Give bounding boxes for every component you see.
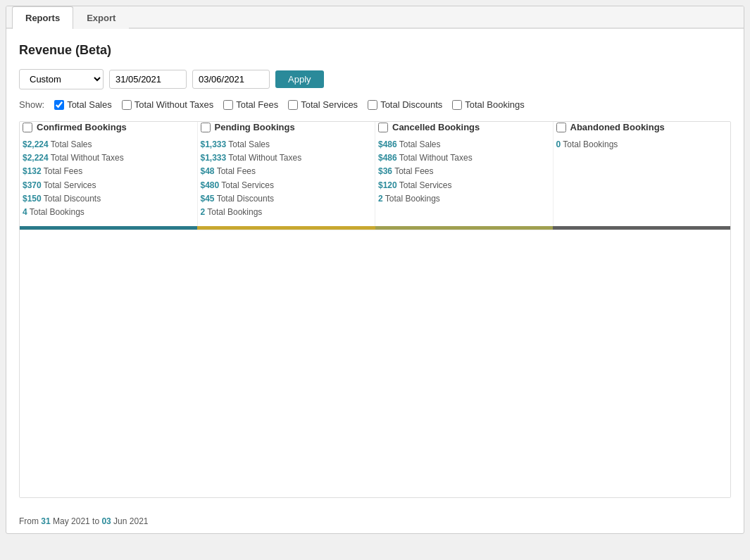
tab-export[interactable]: Export	[73, 6, 129, 29]
checkbox-total-bookings-input[interactable]	[452, 100, 462, 110]
checkbox-total-fees-label: Total Fees	[236, 99, 278, 110]
pending-stat-4: $45 Total Discounts	[201, 192, 367, 206]
pending-bookings-title: Pending Bookings	[215, 122, 295, 132]
cancelled-stat-2: $36 Total Fees	[378, 165, 544, 178]
pending-card-header: Pending Bookings	[201, 122, 367, 132]
pending-stat-2: $48 Total Fees	[201, 165, 367, 178]
footer-text: From 31 May 2021 to 03 Jun 2021	[6, 509, 744, 533]
chart-area	[20, 230, 730, 497]
apply-button[interactable]: Apply	[275, 70, 324, 88]
checkbox-total-without-taxes-input[interactable]	[122, 100, 132, 110]
abandoned-bookings-card: Abandoned Bookings 0 Total Bookings	[554, 122, 731, 226]
period-dropdown[interactable]: Custom Today This Week This Month Last M…	[19, 69, 104, 89]
confirmed-bookings-card: Confirmed Bookings $2,224 Total Sales $2…	[20, 122, 198, 226]
date-from-input[interactable]	[109, 70, 187, 89]
show-label: Show:	[19, 99, 44, 110]
checkbox-total-sales[interactable]: Total Sales	[54, 99, 112, 110]
pending-stat-0: $1,333 Total Sales	[201, 138, 367, 151]
checkbox-total-discounts-label: Total Discounts	[380, 99, 442, 110]
confirmed-stat-1: $2,224 Total Without Taxes	[23, 151, 189, 165]
checkbox-total-services-label: Total Services	[301, 99, 358, 110]
confirmed-bookings-title: Confirmed Bookings	[37, 122, 127, 132]
checkbox-total-services-input[interactable]	[288, 100, 298, 110]
abandoned-bookings-checkbox[interactable]	[556, 123, 566, 132]
checkbox-total-bookings[interactable]: Total Bookings	[452, 99, 525, 110]
confirmed-card-header: Confirmed Bookings	[23, 122, 189, 132]
cancelled-card-header: Cancelled Bookings	[378, 122, 544, 132]
abandoned-card-header: Abandoned Bookings	[556, 122, 723, 132]
tabs-bar: Reports Export	[6, 6, 744, 29]
confirmed-stat-3: $370 Total Services	[23, 179, 189, 192]
cards-row: Confirmed Bookings $2,224 Total Sales $2…	[20, 122, 730, 226]
cancelled-bookings-checkbox[interactable]	[378, 123, 388, 132]
cancelled-stat-0: $486 Total Sales	[378, 138, 544, 151]
checkbox-total-bookings-label: Total Bookings	[465, 99, 525, 110]
checkbox-total-discounts[interactable]: Total Discounts	[368, 99, 442, 110]
pending-stat-5: 2 Total Bookings	[201, 206, 367, 219]
checkbox-total-services[interactable]: Total Services	[288, 99, 358, 110]
abandoned-bookings-title: Abandoned Bookings	[570, 122, 665, 132]
checkbox-total-without-taxes-label: Total Without Taxes	[135, 99, 213, 110]
confirmed-stat-2: $132 Total Fees	[23, 165, 189, 178]
checkbox-total-fees[interactable]: Total Fees	[223, 99, 278, 110]
footer-date1: 31	[41, 516, 50, 526]
main-content: Revenue (Beta) Custom Today This Week Th…	[6, 29, 744, 509]
cancelled-stat-1: $486 Total Without Taxes	[378, 151, 544, 165]
tab-reports[interactable]: Reports	[12, 6, 73, 29]
pending-stat-1: $1,333 Total Without Taxes	[201, 151, 367, 165]
cancelled-stat-4: 2 Total Bookings	[378, 192, 544, 206]
checkbox-total-without-taxes[interactable]: Total Without Taxes	[122, 99, 213, 110]
footer-date2: 03	[101, 516, 111, 526]
show-row: Show: Total Sales Total Without Taxes To…	[19, 99, 731, 110]
pending-bookings-card: Pending Bookings $1,333 Total Sales $1,3…	[198, 122, 376, 226]
abandoned-stat-0: 0 Total Bookings	[556, 138, 723, 151]
cancelled-bookings-title: Cancelled Bookings	[392, 122, 480, 132]
pending-stat-3: $480 Total Services	[201, 179, 367, 192]
cancelled-bookings-card: Cancelled Bookings $486 Total Sales $486…	[375, 122, 554, 226]
confirmed-bookings-checkbox[interactable]	[23, 123, 32, 132]
cancelled-stat-3: $120 Total Services	[378, 179, 544, 192]
checkbox-total-sales-label: Total Sales	[67, 99, 112, 110]
checkbox-total-sales-input[interactable]	[54, 100, 64, 110]
page-title: Revenue (Beta)	[19, 43, 731, 58]
section-wrapper: Confirmed Bookings $2,224 Total Sales $2…	[19, 121, 731, 498]
checkbox-total-discounts-input[interactable]	[368, 100, 377, 110]
pending-bookings-checkbox[interactable]	[201, 123, 211, 132]
date-to-input[interactable]	[192, 70, 270, 89]
confirmed-stat-4: $150 Total Discounts	[23, 192, 189, 206]
confirmed-stat-5: 4 Total Bookings	[23, 206, 189, 219]
checkbox-total-fees-input[interactable]	[223, 100, 233, 110]
filter-row: Custom Today This Week This Month Last M…	[19, 69, 731, 89]
confirmed-stat-0: $2,224 Total Sales	[23, 138, 189, 151]
